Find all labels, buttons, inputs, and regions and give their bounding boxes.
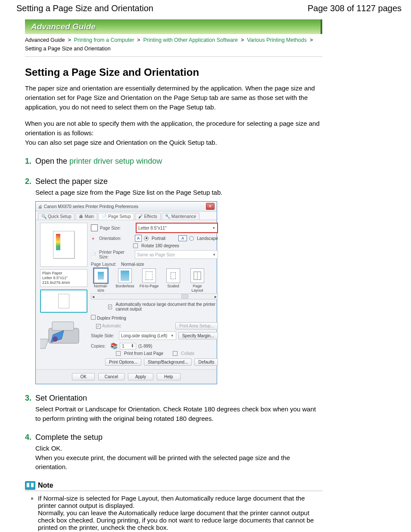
- page-layout-label: Page Layout:: [91, 262, 116, 267]
- layout-borderless[interactable]: [118, 268, 132, 283]
- note-icon: [25, 481, 35, 490]
- step-1: 1. Open the printer driver setup window: [25, 157, 322, 168]
- step-3: 3. Set Orientation Select Portrait or La…: [25, 394, 322, 423]
- breadcrumb-link[interactable]: Printing from a Computer: [74, 37, 134, 43]
- printer-icon: 🖨: [38, 204, 42, 209]
- print-area-button[interactable]: Print Area Setup...: [175, 322, 218, 330]
- step-number: 3.: [25, 394, 35, 423]
- step-3-title: Set Orientation: [35, 394, 322, 403]
- close-icon[interactable]: ✕: [206, 203, 215, 210]
- page-size-label: Page Size:: [100, 226, 134, 230]
- note-title: Note: [38, 482, 53, 489]
- defaults-button[interactable]: Defaults: [194, 358, 218, 366]
- svg-point-4: [53, 336, 58, 342]
- page-layout-value: Normal-size: [121, 262, 144, 267]
- page-size-combo[interactable]: Letter 8.5"x11"▼: [136, 223, 218, 233]
- step-number: 1.: [25, 157, 35, 168]
- staple-combo[interactable]: Long-side stapling (Left)▼: [119, 331, 176, 340]
- step-4: 4. Complete the setup Click OK. When you…: [25, 433, 322, 472]
- specify-margin-button[interactable]: Specify Margin...: [178, 332, 218, 339]
- cancel-button[interactable]: Cancel: [98, 373, 125, 380]
- tab-page-setup[interactable]: 📄Page Setup: [98, 213, 134, 220]
- print-last-checkbox[interactable]: [116, 351, 121, 356]
- printing-preferences-dialog: 🖨 Canon MX870 series Printer Printing Pr…: [35, 201, 217, 384]
- rotate-checkbox[interactable]: [133, 243, 138, 248]
- automatic-checkbox[interactable]: ✓: [96, 324, 101, 329]
- orientation-icon: 🔺: [91, 236, 97, 240]
- breadcrumb: Advanced Guide > Printing from a Compute…: [25, 34, 322, 57]
- page-layout-options: Normal-size Borderless Fit-to-Page Scale…: [91, 268, 218, 292]
- note-list: If Normal-size is selected for Page Layo…: [25, 495, 322, 531]
- svg-rect-2: [40, 339, 49, 348]
- auto-reduce-checkbox[interactable]: ✓: [108, 305, 112, 309]
- printer-driver-setup-link[interactable]: printer driver setup window: [69, 157, 162, 165]
- print-options-button[interactable]: Print Options...: [105, 358, 141, 366]
- ok-button[interactable]: OK: [72, 373, 94, 380]
- media-preview: [40, 289, 87, 313]
- portrait-radio[interactable]: [144, 236, 149, 241]
- copies-spinner[interactable]: 1▲▼: [120, 343, 136, 349]
- landscape-icon: A: [178, 235, 187, 241]
- step-4-title: Complete the setup: [35, 433, 322, 442]
- layout-fit[interactable]: [142, 268, 156, 283]
- advanced-guide-banner: Advanced Guide: [25, 19, 322, 34]
- breadcrumb-link[interactable]: Various Printing Methods: [247, 37, 307, 43]
- tab-maintenance[interactable]: 🔧Maintenance: [162, 213, 199, 220]
- copies-icon: 📚: [110, 342, 118, 349]
- page-preview: [40, 223, 87, 267]
- intro-paragraph-1: The paper size and orientation are essen…: [25, 84, 322, 112]
- main-title: Setting a Page Size and Orientation: [25, 66, 322, 78]
- page-counter: Page 308 of 1127 pages: [308, 3, 402, 13]
- page-title-left: Setting a Page Size and Orientation: [16, 3, 153, 13]
- tab-main[interactable]: 🖶Main: [75, 213, 97, 220]
- page-size-icon: [91, 224, 98, 231]
- printer-paper-icon: 📄: [91, 252, 97, 257]
- svg-rect-1: [52, 322, 74, 330]
- step-1-title: Open the printer driver setup window: [35, 157, 322, 166]
- layout-scrollbar[interactable]: ◂▸: [91, 293, 218, 299]
- portrait-icon: A: [135, 235, 142, 242]
- step-2: 2. Select the paper size Select a page s…: [25, 177, 322, 385]
- breadcrumb-link[interactable]: Printing with Other Application Software: [143, 37, 238, 43]
- breadcrumb-current: Setting a Page Size and Orientation: [25, 46, 111, 52]
- layout-scaled[interactable]: [166, 268, 180, 283]
- paper-info: Plain Paper Letter 8.5"x11" 215.9x279.4m…: [40, 269, 87, 286]
- step-3-desc: Select Portrait or Landscape for Orienta…: [35, 404, 322, 423]
- help-button[interactable]: Help: [157, 373, 181, 380]
- printer-paper-combo[interactable]: Same as Page Size▼: [135, 250, 218, 259]
- dialog-tabs: 🔍Quick Setup 🖶Main 📄Page Setup 🖌Effects …: [36, 212, 217, 220]
- intro-paragraph-3: You can also set page size and Orientati…: [25, 138, 322, 147]
- step-number: 2.: [25, 177, 35, 385]
- step-number: 4.: [25, 433, 35, 472]
- layout-normal[interactable]: [94, 268, 108, 283]
- intro-paragraph-2: When you are not able to specify them wi…: [25, 119, 322, 138]
- step-2-desc: Select a page size from the Page Size li…: [35, 188, 322, 197]
- step-2-title: Select the paper size: [35, 177, 322, 186]
- layout-pagelayout[interactable]: [190, 268, 204, 283]
- duplex-checkbox[interactable]: [91, 315, 96, 320]
- step-4-desc: Click OK. When you execute print, the do…: [35, 444, 322, 472]
- copies-label: Copies:: [91, 344, 108, 348]
- orientation-label: Orientation:: [99, 236, 133, 241]
- landscape-radio[interactable]: [189, 236, 194, 241]
- tab-quick-setup[interactable]: 🔍Quick Setup: [38, 213, 75, 220]
- staple-label: Staple Side:: [91, 333, 117, 338]
- tab-effects[interactable]: 🖌Effects: [135, 213, 160, 220]
- note-item: If Normal-size is selected for Page Layo…: [38, 495, 314, 531]
- apply-button[interactable]: Apply: [128, 373, 153, 380]
- dialog-title: Canon MX870 series Printer Printing Pref…: [44, 204, 138, 209]
- collate-checkbox[interactable]: [173, 351, 177, 356]
- note-header: Note: [25, 481, 322, 491]
- printer-paper-label: Printer Paper Size:: [99, 250, 133, 259]
- top-bar: Setting a Page Size and Orientation Page…: [16, 3, 402, 13]
- printer-illustration: [40, 315, 87, 354]
- stamp-background-button[interactable]: Stamp/Background...: [144, 358, 192, 366]
- breadcrumb-link[interactable]: Advanced Guide: [25, 37, 65, 43]
